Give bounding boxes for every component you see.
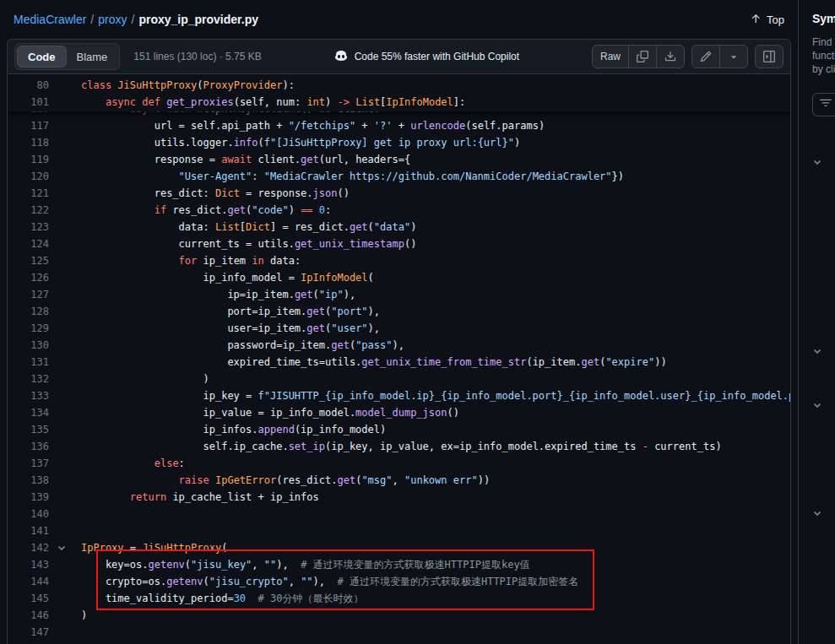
symbol-tree-item[interactable] (812, 504, 822, 524)
gutter-spacer (49, 590, 81, 607)
download-icon (664, 51, 676, 62)
line-number[interactable]: 125 (8, 252, 49, 269)
code-text: ip_key = f"JISUHTTP_{ip_info_model.ip}_{… (81, 387, 790, 404)
gutter-spacer (49, 438, 81, 455)
code-text: async def get_proxies(self, num: int) ->… (81, 94, 790, 111)
line-number[interactable]: 144 (8, 573, 49, 590)
line-number[interactable]: 143 (8, 556, 49, 573)
copy-button[interactable] (628, 45, 657, 68)
line-number[interactable]: 132 (8, 371, 49, 387)
line-number[interactable]: 129 (8, 320, 49, 337)
line-number[interactable]: 140 (8, 506, 49, 522)
gutter-spacer (49, 337, 81, 354)
raw-label: Raw (600, 51, 621, 62)
line-number[interactable]: 120 (8, 168, 49, 185)
line-number[interactable]: 137 (8, 455, 49, 472)
line-number[interactable]: 119 (8, 151, 49, 168)
download-button[interactable] (656, 45, 685, 68)
line-number[interactable]: 136 (8, 438, 49, 455)
line-number[interactable]: 135 (8, 421, 49, 438)
line-number[interactable]: 123 (8, 219, 49, 235)
breadcrumb-repo-link[interactable]: MediaCrawler (14, 13, 86, 26)
code-text: key=os.getenv("jisu_key", ""), # 通过环境变量的… (81, 556, 790, 573)
line-number[interactable]: 121 (8, 185, 49, 202)
line-number[interactable]: 124 (8, 235, 49, 252)
edit-button-group (691, 45, 748, 68)
line-number[interactable]: 133 (8, 387, 49, 404)
edit-button[interactable] (691, 45, 720, 68)
line-number[interactable]: 130 (8, 337, 49, 354)
code-text: ip=ip_item.get("ip"), (81, 286, 790, 303)
breadcrumb: MediaCrawler/proxy/proxy_ip_provider.py (14, 13, 258, 26)
scroll-to-top-label: Top (767, 14, 784, 26)
code-text: self.ip_cache.set_ip(ip_key, ip_value, e… (81, 438, 790, 455)
code-line: 121 res_dict: Dict = response.json() (8, 185, 790, 202)
tab-code[interactable]: Code (17, 46, 67, 68)
symbol-tree-item[interactable] (812, 342, 822, 362)
breadcrumb-bar: MediaCrawler/proxy/proxy_ip_provider.py … (0, 0, 798, 39)
gutter-spacer (49, 252, 81, 269)
line-number[interactable]: 146 (8, 607, 49, 624)
symbols-panel: Symbols Find definitions and references … (798, 0, 835, 644)
symbol-tree-item[interactable] (812, 153, 822, 173)
line-number[interactable]: 134 (8, 404, 49, 421)
line-number[interactable]: 147 (8, 624, 49, 641)
line-number[interactable]: 139 (8, 489, 49, 506)
tab-blame[interactable]: Blame (67, 46, 118, 68)
copy-icon (637, 51, 648, 62)
code-line: 125 for ip_item in data: (8, 252, 790, 269)
line-number[interactable]: 138 (8, 472, 49, 489)
line-number[interactable]: 80 (8, 77, 49, 94)
code-line: 134 ip_value = ip_info_model.model_dump_… (8, 404, 790, 421)
gutter-spacer (49, 404, 81, 421)
line-number[interactable]: 141 (8, 522, 49, 539)
line-number[interactable]: 128 (8, 303, 49, 320)
line-number[interactable]: 142 (8, 539, 49, 556)
code-line: 118 utils.logger.info(f"[JiSuHttpProxy] … (8, 134, 790, 151)
code-line: 101 async def get_proxies(self, num: int… (8, 94, 790, 111)
copilot-text: Code 55% faster with GitHub Copilot (355, 51, 519, 62)
symbols-panel-toggle-button[interactable] (755, 45, 783, 68)
line-number[interactable]: 117 (8, 117, 49, 134)
line-number[interactable]: 122 (8, 202, 49, 219)
code-text: if res_dict.get("code") == 0: (81, 202, 790, 219)
code-line: 135 ip_infos.append(ip_info_model) (8, 421, 790, 438)
pencil-icon (700, 51, 712, 62)
gutter-spacer (49, 134, 81, 151)
gutter-spacer (49, 387, 81, 404)
scroll-to-top-button[interactable]: Top (750, 13, 784, 27)
code-text (81, 624, 790, 641)
symbols-filter (812, 93, 835, 116)
code-line: 117 url = self.api_path + "/fetchips" + … (8, 117, 790, 134)
file-view: Code Blame 151 lines (130 loc) · 5.75 KB… (0, 39, 798, 644)
line-number[interactable]: 131 (8, 354, 49, 371)
edit-dropdown-button[interactable] (719, 45, 748, 68)
code-text: class JiSuHttpProxy(ProxyProvider): (81, 77, 790, 94)
line-number[interactable]: 118 (8, 134, 49, 151)
gutter-spacer (49, 421, 81, 438)
symbol-tree-item[interactable] (812, 396, 822, 416)
line-number[interactable]: 145 (8, 590, 49, 607)
code-text (81, 506, 790, 522)
line-number[interactable]: 101 (8, 94, 49, 111)
gutter-spacer (49, 185, 81, 202)
copilot-callout[interactable]: Code 55% faster with GitHub Copilot (334, 49, 519, 65)
code-blame-switcher: Code Blame (14, 43, 120, 70)
code-text: raise IpGetError(res_dict.get("msg", "un… (81, 472, 790, 489)
breadcrumb-folder-link[interactable]: proxy (98, 13, 127, 26)
code-line: 120 "User-Agent": "MediaCrawler https://… (8, 168, 790, 185)
code-line: 137 else: (8, 455, 790, 472)
gutter-spacer (49, 371, 81, 387)
chevron-down-icon (812, 508, 822, 521)
code-line: 124 current_ts = utils.get_unix_timestam… (8, 235, 790, 252)
raw-button[interactable]: Raw (592, 45, 629, 68)
line-number[interactable]: 126 (8, 269, 49, 286)
code-text: return ip_cache_list + ip_infos (81, 489, 790, 506)
line-number[interactable]: 127 (8, 286, 49, 303)
code-text: response = await client.get(url, headers… (81, 151, 790, 168)
code-line: 146) (8, 607, 790, 624)
gutter-spacer (49, 354, 81, 371)
fold-chevron-icon[interactable] (49, 539, 81, 556)
toolbar-actions: Raw (592, 45, 783, 68)
breadcrumb-separator: / (131, 13, 134, 26)
